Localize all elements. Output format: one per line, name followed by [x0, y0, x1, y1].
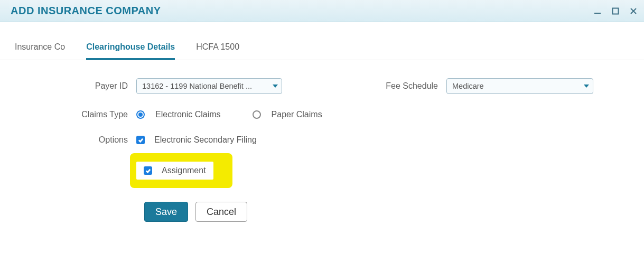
- button-row: Save Cancel: [144, 202, 629, 222]
- select-payer-id-value: 13162 - 1199 National Benefit ...: [136, 78, 282, 94]
- tab-hcfa-1500[interactable]: HCFA 1500: [196, 42, 239, 60]
- checkbox-label: Assignment: [162, 166, 206, 175]
- radio-paper-claims[interactable]: Paper Claims: [253, 110, 322, 119]
- checkbox-icon: [144, 166, 152, 175]
- checkbox-electronic-secondary-filing[interactable]: Electronic Secondary Filing: [136, 135, 257, 145]
- window-titlebar: ADD INSURANCE COMPANY: [0, 0, 644, 22]
- radio-label: Electronic Claims: [155, 110, 221, 119]
- row-payer-fee: Payer ID 13162 - 1199 National Benefit .…: [15, 78, 629, 94]
- label-claims-type: Claims Type: [15, 110, 136, 119]
- form-area: Payer ID 13162 - 1199 National Benefit .…: [0, 60, 644, 243]
- save-button[interactable]: Save: [144, 202, 188, 222]
- checkbox-label: Electronic Secondary Filing: [154, 135, 257, 145]
- highlight-box: Assignment: [130, 153, 232, 188]
- radio-electronic-claims[interactable]: Electronic Claims: [136, 110, 221, 119]
- select-fee-schedule[interactable]: Medicare: [446, 78, 593, 94]
- checkbox-icon: [136, 136, 145, 144]
- tab-insurance-co[interactable]: Insurance Co: [15, 42, 65, 60]
- radio-label: Paper Claims: [272, 110, 322, 119]
- radio-group-claims-type: Electronic Claims Paper Claims: [136, 110, 322, 119]
- svg-rect-1: [613, 8, 619, 14]
- radio-icon: [136, 110, 145, 119]
- row-options: Options Electronic Secondary Filing Assi…: [15, 135, 629, 188]
- select-fee-schedule-value: Medicare: [446, 78, 593, 94]
- select-payer-id[interactable]: 13162 - 1199 National Benefit ...: [136, 78, 282, 94]
- label-payer-id: Payer ID: [15, 81, 136, 91]
- radio-icon: [253, 110, 261, 119]
- label-options: Options: [15, 135, 136, 145]
- window-title: ADD INSURANCE COMPANY: [11, 5, 161, 17]
- tabstrip: Insurance Co Clearinghouse Details HCFA …: [0, 42, 644, 60]
- tab-clearinghouse-details[interactable]: Clearinghouse Details: [86, 42, 175, 60]
- label-fee-schedule: Fee Schedule: [383, 81, 446, 91]
- row-claims-type: Claims Type Electronic Claims Paper Clai…: [15, 110, 629, 119]
- checkbox-assignment[interactable]: Assignment: [136, 162, 213, 180]
- minimize-icon[interactable]: [593, 7, 602, 15]
- cancel-button[interactable]: Cancel: [195, 202, 247, 222]
- window-controls: [593, 7, 638, 15]
- close-icon[interactable]: [629, 7, 638, 15]
- maximize-icon[interactable]: [611, 7, 620, 15]
- options-block: Electronic Secondary Filing Assignment: [136, 135, 257, 188]
